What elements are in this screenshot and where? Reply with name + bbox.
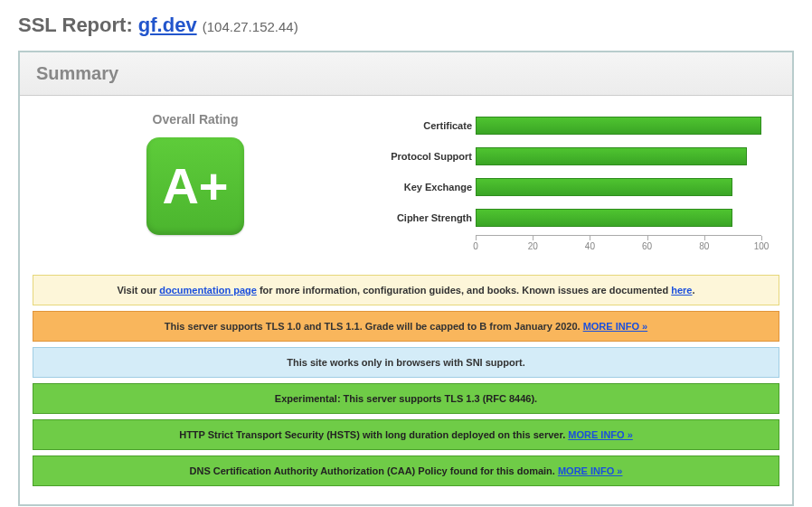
banner-text: HTTP Strict Transport Security (HSTS) wi… bbox=[179, 429, 568, 440]
banner-text: . bbox=[693, 285, 695, 296]
banner-link[interactable]: documentation page bbox=[159, 285, 257, 296]
axis-tick bbox=[704, 236, 705, 240]
info-banner: This server supports TLS 1.0 and TLS 1.1… bbox=[33, 311, 779, 342]
rating-column: Overall Rating A+ bbox=[33, 112, 358, 235]
domain-link[interactable]: gf.dev bbox=[138, 14, 197, 36]
title-ip: (104.27.152.44) bbox=[203, 19, 298, 34]
chart-row: Certificate bbox=[476, 112, 761, 139]
title-prefix: SSL Report: bbox=[18, 14, 138, 36]
summary-panel: Summary Overall Rating A+ CertificatePro… bbox=[18, 51, 794, 506]
summary-top-row: Overall Rating A+ CertificateProtocol Su… bbox=[33, 112, 779, 253]
bar-fill bbox=[476, 178, 732, 196]
summary-header: Summary bbox=[20, 52, 792, 96]
bar-track bbox=[476, 178, 761, 196]
chart-axis-wrap: 020406080100 bbox=[358, 235, 761, 253]
axis-tick bbox=[476, 236, 477, 240]
axis-tick-label: 0 bbox=[473, 241, 478, 251]
axis-tick bbox=[761, 236, 762, 240]
bar-track bbox=[476, 209, 761, 227]
bar-fill bbox=[476, 147, 747, 165]
bar-track bbox=[476, 117, 761, 135]
chart-row-label: Certificate bbox=[358, 120, 472, 131]
banner-text: Visit our bbox=[117, 285, 159, 296]
chart-row: Protocol Support bbox=[476, 143, 761, 170]
chart-row: Key Exchange bbox=[476, 174, 761, 201]
banner-link[interactable]: MORE INFO » bbox=[568, 429, 633, 440]
banner-text: This server supports TLS 1.0 and TLS 1.1… bbox=[165, 321, 583, 332]
banner-text: DNS Certification Authority Authorizatio… bbox=[190, 465, 558, 476]
bar-fill bbox=[476, 209, 732, 227]
banner-text: for more information, configuration guid… bbox=[257, 285, 671, 296]
info-banner: HTTP Strict Transport Security (HSTS) wi… bbox=[33, 419, 779, 450]
axis-tick-label: 20 bbox=[528, 241, 538, 251]
info-banner: Experimental: This server supports TLS 1… bbox=[33, 383, 779, 414]
score-bar-chart: CertificateProtocol SupportKey ExchangeC… bbox=[358, 112, 761, 231]
banner-link[interactable]: here bbox=[671, 285, 692, 296]
axis-tick-label: 40 bbox=[585, 241, 595, 251]
rating-label: Overall Rating bbox=[33, 112, 358, 127]
banner-link[interactable]: MORE INFO » bbox=[583, 321, 648, 332]
axis-tick bbox=[647, 236, 648, 240]
axis-tick-label: 60 bbox=[642, 241, 652, 251]
bar-track bbox=[476, 147, 761, 165]
chart-axis: 020406080100 bbox=[476, 235, 761, 253]
axis-tick bbox=[533, 236, 533, 240]
bar-fill bbox=[476, 117, 761, 135]
grade-badge: A+ bbox=[146, 137, 244, 235]
chart-column: CertificateProtocol SupportKey ExchangeC… bbox=[358, 112, 779, 253]
axis-tick-label: 100 bbox=[754, 241, 770, 251]
chart-row-label: Key Exchange bbox=[358, 182, 472, 192]
axis-tick bbox=[590, 236, 590, 240]
banner-link[interactable]: MORE INFO » bbox=[558, 465, 623, 476]
banner-text: This site works only in browsers with SN… bbox=[287, 357, 524, 368]
banner-list: Visit our documentation page for more in… bbox=[33, 275, 779, 486]
chart-row-label: Cipher Strength bbox=[358, 212, 472, 223]
banner-text: Experimental: This server supports TLS 1… bbox=[275, 393, 537, 404]
page-title: SSL Report: gf.dev (104.27.152.44) bbox=[18, 14, 794, 37]
axis-tick-label: 80 bbox=[699, 241, 709, 251]
chart-row: Cipher Strength bbox=[476, 204, 761, 231]
info-banner: DNS Certification Authority Authorizatio… bbox=[33, 455, 779, 486]
chart-row-label: Protocol Support bbox=[358, 151, 472, 162]
summary-body: Overall Rating A+ CertificateProtocol Su… bbox=[20, 96, 792, 504]
info-banner: Visit our documentation page for more in… bbox=[33, 275, 779, 305]
info-banner: This site works only in browsers with SN… bbox=[33, 347, 779, 378]
